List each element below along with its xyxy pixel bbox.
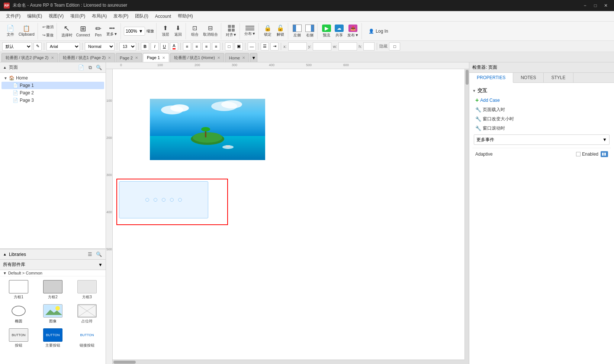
menu-publish[interactable]: 发布(P) [110, 12, 131, 20]
menu-view[interactable]: 视图(V) [46, 12, 67, 20]
h-coord-input[interactable] [363, 42, 374, 51]
indent-button[interactable]: ⇥ [270, 42, 279, 51]
lib-collapse-icon[interactable]: ▲ [3, 252, 7, 256]
ungroup-button[interactable]: ⊟ 取消组合 [202, 24, 219, 39]
maximize-button[interactable]: □ [591, 2, 600, 9]
share-button[interactable]: ☁ 共享 [333, 24, 345, 39]
page-item-page2[interactable]: 📄 Page 2 [1, 89, 104, 97]
y-coord-input[interactable] [313, 42, 331, 51]
lib-item-box1[interactable]: 方框1 [2, 279, 35, 301]
lib-item-box2[interactable]: 方框2 [36, 279, 69, 301]
font-color-button[interactable]: A [170, 42, 178, 51]
menu-edit[interactable]: 编辑(E) [24, 12, 45, 20]
bullet-button[interactable]: ☰ [261, 42, 269, 51]
minimize-button[interactable]: − [581, 2, 589, 9]
redo-button[interactable]: ↪ 重做 [41, 32, 55, 39]
right-sidebar-button[interactable]: 右侧 [304, 24, 316, 39]
tab-1[interactable]: 轮番图 / 状态1 (Page 2) ✕ [59, 53, 115, 62]
preview-button[interactable]: ▶ 预流 [321, 24, 332, 39]
align-left-button[interactable]: ≡ [183, 42, 191, 51]
page-duplicate-button[interactable]: ⧉ [86, 64, 94, 71]
tab-2[interactable]: Page 2 ✕ [116, 53, 142, 62]
unlock-button[interactable]: 🔓 解锁 [274, 24, 286, 39]
event-item-2[interactable]: 🔧 窗口滚动时 [472, 124, 611, 133]
underline-button[interactable]: U [160, 42, 168, 51]
style-edit-button[interactable]: ✎ [33, 42, 42, 51]
style-select[interactable]: 默认 [2, 42, 32, 51]
page-item-page3[interactable]: 📄 Page 3 [1, 97, 104, 104]
tab-0[interactable]: 轮番图 / 状态2 (Page 2) ✕ [1, 53, 58, 62]
connect-button[interactable]: ⊞ Connect [75, 24, 91, 39]
bring-to-front-button[interactable]: ⬆ 顶层 [160, 24, 171, 39]
pages-collapse-icon[interactable]: ▲ [3, 65, 7, 69]
inspector-tab-properties[interactable]: PROPERTIES [469, 73, 513, 83]
menu-help[interactable]: 帮助(H) [175, 12, 196, 20]
w-coord-input[interactable] [338, 42, 357, 51]
widget-inner-box[interactable] [119, 181, 208, 218]
vertical-scrollbar[interactable] [464, 69, 469, 360]
font-size-select[interactable]: 13 [119, 42, 136, 51]
event-item-1[interactable]: 🔧 窗口改变大小时 [472, 114, 611, 124]
inspector-tab-style[interactable]: STYLE [544, 73, 573, 82]
left-sidebar-button[interactable]: 左侧 [291, 24, 303, 39]
italic-button[interactable]: I [151, 42, 159, 51]
h-scrollbar-thumb[interactable] [113, 361, 136, 364]
adaptive-enabled-checkbox[interactable]: Enabled [576, 152, 598, 157]
tab-4[interactable]: 轮番图 / 状态1 (Home) ✕ [170, 53, 224, 62]
lib-item-button[interactable]: BUTTON 按钮 [2, 327, 35, 350]
tab-1-close[interactable]: ✕ [108, 56, 111, 60]
border-button[interactable]: □ [225, 42, 233, 51]
island-image[interactable] [150, 99, 265, 160]
more-events-dropdown[interactable]: 更多事件 ▼ [474, 134, 610, 145]
login-button[interactable]: 👤 Log In [365, 27, 392, 35]
lib-menu-button[interactable]: ☰ [86, 251, 94, 258]
menu-account[interactable]: Account [152, 13, 174, 20]
tab-0-close[interactable]: ✕ [51, 56, 54, 60]
menu-team[interactable]: 团队(I) [132, 12, 151, 20]
pen-button[interactable]: ✏ Pen [92, 24, 104, 39]
align-right-button[interactable]: ≡ [202, 42, 210, 51]
distribute-button[interactable]: 分布▼ [243, 24, 257, 39]
hide-toggle[interactable]: □ [389, 42, 400, 51]
undo-button[interactable]: ↩ 撤消 [41, 23, 55, 31]
tab-4-close[interactable]: ✕ [217, 56, 220, 60]
horizontal-scrollbar[interactable] [113, 360, 464, 364]
tab-5-close[interactable]: ✕ [242, 56, 245, 60]
bold-button[interactable]: B [141, 42, 149, 51]
page-item-home[interactable]: ▼ 🏠 Home [1, 74, 104, 82]
widget-red-outline[interactable] [116, 179, 228, 225]
lib-search-button[interactable]: 🔍 [95, 251, 103, 258]
send-to-back-button[interactable]: ⬇ 返回 [172, 24, 184, 39]
lock-button[interactable]: 🔒 锁定 [262, 24, 274, 39]
lib-category[interactable]: ▼ Default > Common [0, 270, 106, 276]
lib-category-toggle[interactable]: ▼ [3, 271, 7, 275]
page-add-button[interactable]: 📄 [77, 64, 85, 71]
tab-5[interactable]: Home ✕ [225, 53, 249, 62]
font-style-select[interactable]: Normal [85, 42, 115, 51]
adaptive-settings-icon[interactable] [601, 151, 608, 157]
inspector-tab-notes[interactable]: NOTES [513, 73, 544, 82]
align-justify-button[interactable]: ≡ [212, 42, 220, 51]
menu-file[interactable]: 文件(F) [3, 12, 23, 20]
add-case-button[interactable]: + Add Case [472, 95, 611, 105]
lib-item-link-button[interactable]: BUTTON 链接按钮 [71, 327, 103, 350]
close-button[interactable]: ✕ [601, 2, 610, 9]
publish-button[interactable]: 📤 发布▼ [346, 24, 360, 39]
align-center-button[interactable]: ≡ [193, 42, 201, 51]
lib-item-box3[interactable]: 方框3 [71, 279, 103, 301]
tab-3[interactable]: Page 1 ✕ [143, 53, 169, 62]
line-style-button[interactable]: — [248, 42, 256, 51]
lib-item-image[interactable]: 图像 [36, 303, 69, 325]
home-toggle-icon[interactable]: ▼ [4, 76, 7, 80]
clipboard-button[interactable]: 📋 Clipboard [17, 24, 36, 39]
lib-item-primary-button[interactable]: BUTTON 主要按钮 [36, 327, 69, 350]
event-item-0[interactable]: 🔧 页面载入时 [472, 105, 611, 114]
select-tool-button[interactable]: ↖ 选择时 [60, 24, 74, 39]
new-file-button[interactable]: 📄 文件 [4, 24, 16, 39]
x-coord-input[interactable] [288, 42, 307, 51]
align-button[interactable]: 对齐▼ [224, 24, 238, 39]
lib-item-ellipse[interactable]: 椭圆 [2, 303, 35, 325]
fill-button[interactable]: ▣ [235, 42, 243, 51]
title-bar-controls[interactable]: − □ ✕ [581, 2, 610, 9]
lib-item-placeholder[interactable]: 占位符 [71, 303, 103, 325]
